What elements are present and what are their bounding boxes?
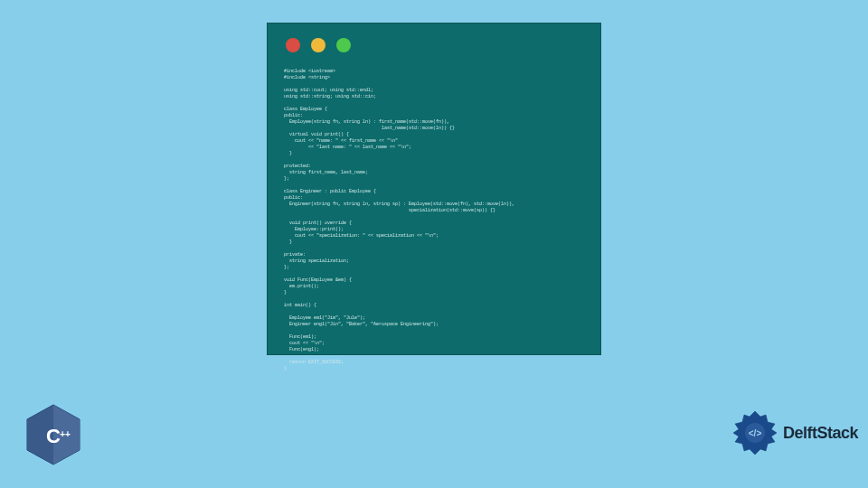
cpp-logo-icon: C ++ [25, 403, 81, 466]
code-content: #include <iostream> #include <string> us… [268, 61, 600, 380]
delftstack-icon: </> [731, 408, 779, 457]
close-dot-icon [286, 38, 300, 52]
minimize-dot-icon [311, 38, 326, 52]
maximize-dot-icon [336, 38, 351, 52]
svg-text:++: ++ [60, 429, 71, 439]
code-editor-window: #include <iostream> #include <string> us… [267, 23, 601, 355]
delftstack-logo: </> DelftStack [731, 405, 848, 461]
window-controls [268, 23, 600, 61]
cpp-text: C [46, 425, 61, 447]
svg-text:</>: </> [749, 428, 762, 438]
delftstack-text: DelftStack [783, 424, 858, 443]
